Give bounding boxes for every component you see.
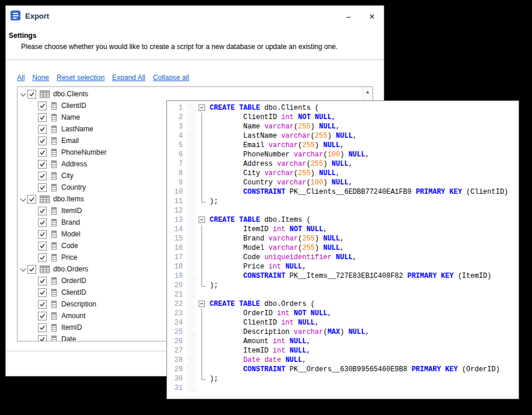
column-name-label[interactable]: ClientID [61, 288, 86, 297]
column-checkbox[interactable] [38, 335, 47, 342]
code-text: CONSTRAINT PK__Orders__630B99565460E9B8 … [210, 365, 500, 374]
table-checkbox[interactable] [27, 195, 36, 204]
column-checkbox[interactable] [38, 312, 47, 320]
column-checkbox[interactable] [38, 137, 47, 145]
column-icon [51, 242, 57, 250]
check-icon [39, 278, 46, 284]
line-number: 9 [167, 178, 187, 187]
scroll-up-arrow-icon[interactable]: ▲ [363, 87, 373, 97]
code-line: 16 Model varchar(255) NULL, [167, 243, 519, 253]
fold-margin [196, 103, 210, 113]
chevron-down-icon[interactable] [19, 266, 26, 273]
fold-margin [196, 122, 210, 131]
column-checkbox[interactable] [38, 242, 47, 250]
gutter-hatch [187, 374, 196, 383]
column-checkbox[interactable] [38, 160, 47, 169]
table-name-label[interactable]: dbo.Items [53, 195, 84, 203]
check-icon [39, 184, 46, 191]
column-name-label[interactable]: OrderID [61, 277, 86, 285]
gutter-hatch [187, 337, 196, 346]
link-collapse-all[interactable]: Collapse all [153, 74, 189, 82]
column-checkbox[interactable] [38, 113, 47, 122]
line-number: 21 [167, 290, 187, 299]
gutter-hatch [187, 141, 196, 150]
column-name-label[interactable]: ItemID [61, 207, 82, 215]
column-checkbox[interactable] [38, 218, 47, 227]
code-line: 26 Amount int NULL, [167, 337, 519, 346]
line-number: 26 [167, 337, 187, 346]
column-checkbox[interactable] [38, 323, 47, 332]
code-line: 4 LastName varchar(255) NULL, [167, 131, 519, 141]
link-expand-all[interactable]: Expand All [112, 74, 145, 82]
fold-margin [196, 206, 210, 215]
header-separator [6, 60, 384, 60]
column-icon [51, 114, 57, 121]
column-name-label[interactable]: Address [61, 160, 87, 168]
column-name-label[interactable]: Description [61, 300, 96, 308]
check-icon [39, 103, 46, 109]
minimize-button[interactable]: – [341, 9, 356, 23]
column-name-label[interactable]: Amount [61, 312, 85, 320]
title-bar[interactable]: Export – ✕ [6, 6, 384, 28]
line-number: 4 [167, 131, 187, 141]
column-name-label[interactable]: Email [61, 137, 79, 145]
fold-collapse-icon[interactable] [199, 104, 205, 111]
column-checkbox[interactable] [38, 230, 47, 239]
fold-collapse-icon[interactable] [199, 217, 205, 223]
gutter-hatch [187, 262, 196, 271]
line-number: 24 [167, 318, 187, 327]
gutter-hatch [187, 215, 196, 225]
chevron-down-icon[interactable] [19, 90, 26, 97]
column-checkbox[interactable] [38, 125, 47, 134]
gutter-hatch [187, 169, 196, 178]
column-name-label[interactable]: PhoneNumber [61, 148, 106, 156]
check-icon [39, 114, 46, 121]
link-none[interactable]: None [32, 74, 49, 82]
sql-script-editor[interactable]: 1 CREATE TABLE dbo.Clients ( 2 ClientID … [166, 100, 519, 399]
settings-description: Please choose whether you would like to … [21, 43, 338, 51]
code-text: ); [210, 281, 218, 290]
table-name-label[interactable]: dbo.Orders [53, 265, 88, 273]
column-checkbox[interactable] [38, 207, 47, 215]
fold-margin [196, 178, 210, 187]
window-title: Export [25, 12, 49, 20]
column-name-label[interactable]: Brand [61, 218, 80, 226]
column-checkbox[interactable] [38, 253, 47, 262]
link-reset-selection[interactable]: Reset selection [57, 74, 105, 82]
code-text: Date date NULL, [210, 355, 307, 365]
close-button[interactable]: ✕ [364, 9, 380, 23]
line-number: 7 [167, 159, 187, 169]
line-number: 29 [167, 365, 187, 374]
column-name-label[interactable]: Name [61, 113, 80, 121]
column-name-label[interactable]: Price [61, 253, 77, 261]
code-line: 24 ClientID int NULL, [167, 318, 519, 327]
fold-collapse-icon[interactable] [199, 301, 205, 307]
column-name-label[interactable]: City [61, 172, 74, 180]
tree-table-row[interactable]: dbo.Clients [18, 88, 373, 100]
column-checkbox[interactable] [38, 102, 47, 110]
fold-margin [196, 337, 210, 346]
column-checkbox[interactable] [38, 300, 47, 309]
column-name-label[interactable]: Date [61, 335, 76, 341]
column-checkbox[interactable] [38, 183, 47, 192]
table-grid-icon [40, 196, 50, 203]
column-name-label[interactable]: ClientID [61, 102, 86, 110]
column-name-label[interactable]: Country [61, 183, 86, 191]
table-checkbox[interactable] [27, 90, 36, 99]
code-line: 23 OrderID int NOT NULL, [167, 309, 519, 318]
column-name-label[interactable]: Code [61, 242, 78, 250]
table-name-label[interactable]: dbo.Clients [53, 90, 88, 98]
column-name-label[interactable]: Model [61, 230, 81, 238]
link-all[interactable]: All [17, 74, 25, 82]
column-name-label[interactable]: ItemID [61, 323, 82, 332]
code-line: 20 ); [167, 281, 519, 290]
column-checkbox[interactable] [38, 148, 47, 157]
column-checkbox[interactable] [38, 277, 47, 285]
column-checkbox[interactable] [38, 288, 47, 297]
line-number: 5 [167, 141, 187, 150]
chevron-down-icon[interactable] [19, 196, 26, 203]
column-name-label[interactable]: LastName [61, 125, 93, 133]
column-checkbox[interactable] [38, 172, 47, 180]
table-checkbox[interactable] [27, 265, 36, 274]
code-text: CREATE TABLE dbo.Orders ( [210, 299, 315, 309]
